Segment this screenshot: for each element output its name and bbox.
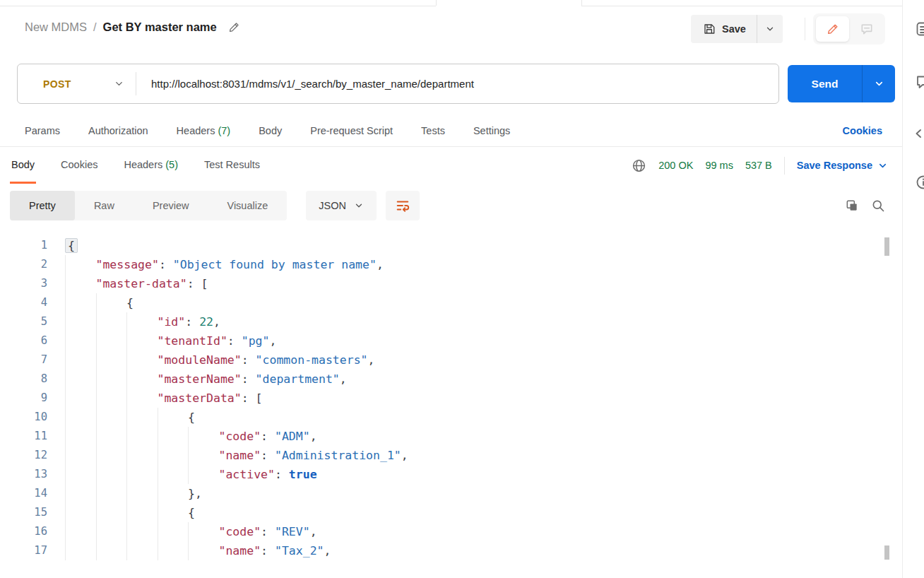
edit-mode-button[interactable]: [816, 16, 849, 42]
indent-guide: [65, 446, 66, 465]
tab-label: Headers: [124, 159, 162, 170]
code-text: {: [188, 503, 195, 522]
tab-label: Authorization: [88, 125, 148, 136]
indent-guide: [65, 484, 66, 503]
code-content: "code": "ADM",: [65, 427, 883, 446]
indent-guide: [96, 503, 97, 522]
indent-guide: [65, 255, 66, 274]
tab-label: Headers: [177, 125, 215, 136]
tab-separator: [436, 0, 437, 6]
code-text: },: [188, 484, 202, 503]
cookies-link[interactable]: Cookies: [843, 125, 902, 136]
scrollbar-thumb[interactable]: [884, 545, 889, 560]
token-num: 22: [199, 315, 213, 329]
format-dropdown[interactable]: JSON: [306, 191, 377, 220]
indent-guide: [126, 389, 127, 408]
indent-guide: [158, 541, 158, 560]
indent-guide: [96, 389, 97, 408]
code-line: 2"message": "Object found by master name…: [0, 255, 883, 274]
indent-guide: [158, 427, 158, 446]
view-tab-visualize[interactable]: Visualize: [208, 191, 287, 220]
copy-icon[interactable]: [845, 199, 859, 213]
token-punct: :: [275, 468, 289, 481]
comments-icon[interactable]: [915, 73, 924, 90]
response-tab-cookies[interactable]: Cookies: [59, 147, 99, 184]
status-code[interactable]: 200 OK: [658, 160, 693, 171]
code-snippet-icon[interactable]: [915, 125, 924, 142]
indent-guide: [96, 312, 97, 331]
code-line: 4{: [0, 293, 883, 312]
save-response-label: Save Response: [797, 160, 872, 171]
token-key: "name": [219, 544, 261, 558]
response-size[interactable]: 537 B: [745, 160, 772, 171]
save-button-label: Save: [722, 23, 746, 35]
tab-label: Params: [25, 125, 60, 136]
view-tab-pretty[interactable]: Pretty: [10, 191, 75, 220]
token-punct: ,: [401, 449, 408, 462]
globe-icon[interactable]: [632, 158, 646, 173]
postman-window: New MDMS / Get BY master name Save: [0, 0, 924, 578]
code-content: "moduleName": "common-masters",: [65, 350, 883, 370]
indent-guide: [96, 446, 97, 465]
url-input[interactable]: http://localhost:8031/mdms/v1/_search/by…: [136, 78, 474, 90]
request-tab-pre-request-script[interactable]: Pre-request Script: [310, 125, 393, 136]
response-time[interactable]: 99 ms: [705, 160, 733, 171]
token-punct: :: [242, 372, 256, 386]
method-selector[interactable]: POST: [18, 78, 136, 90]
indent-guide: [96, 408, 97, 427]
view-tab-preview[interactable]: Preview: [134, 191, 208, 220]
indent-guide: [158, 408, 158, 427]
search-icon[interactable]: [871, 199, 885, 213]
token-key: "message": [96, 258, 159, 271]
request-tab-params[interactable]: Params: [25, 125, 60, 136]
code-content: "message": "Object found by master name"…: [65, 255, 883, 274]
token-key: "id": [158, 315, 186, 329]
line-number: 11: [0, 427, 47, 446]
request-tab-body[interactable]: Body: [259, 125, 282, 136]
tab-label: Body: [11, 159, 35, 170]
code-content: },: [65, 484, 883, 503]
request-name[interactable]: Get BY master name: [103, 20, 217, 34]
request-tab-settings[interactable]: Settings: [473, 125, 510, 136]
line-number: 8: [0, 370, 47, 389]
send-button[interactable]: Send: [788, 65, 862, 102]
pencil-icon: [827, 23, 839, 35]
response-tab-body[interactable]: Body: [10, 147, 36, 184]
indent-guide: [65, 370, 66, 389]
request-tab-tests[interactable]: Tests: [421, 125, 445, 136]
save-menu-button[interactable]: [757, 15, 783, 43]
chevron-down-icon: [354, 201, 364, 211]
code-content: "active": true: [65, 465, 883, 484]
token-key: "tenantId": [158, 334, 227, 348]
indent-guide: [96, 331, 97, 350]
save-response-button[interactable]: Save Response: [797, 160, 888, 171]
documentation-icon[interactable]: [915, 20, 924, 37]
token-punct: : [: [242, 391, 263, 405]
breadcrumb-collection[interactable]: New MDMS: [25, 20, 87, 34]
view-tab-raw[interactable]: Raw: [75, 191, 134, 220]
token-bool: true: [289, 468, 317, 481]
indent-guide: [96, 370, 97, 389]
send-menu-button[interactable]: [863, 65, 895, 102]
response-tab-test-results[interactable]: Test Results: [203, 147, 261, 184]
token-punct: {: [188, 411, 195, 424]
line-number: 16: [0, 522, 47, 541]
scrollbar-thumb[interactable]: [884, 237, 889, 256]
comment-button[interactable]: [851, 22, 882, 36]
code-content: "name": "Tax_2",: [65, 541, 883, 560]
save-button[interactable]: Save: [691, 15, 757, 43]
token-str: "Tax_2": [275, 544, 324, 558]
code-content: "name": "Administration_1",: [65, 446, 883, 465]
code-line: 7"moduleName": "common-masters",: [0, 350, 883, 370]
line-number: 2: [0, 255, 47, 274]
request-tab-authorization[interactable]: Authorization: [88, 125, 148, 136]
code-text: {: [188, 408, 195, 427]
rename-pencil-icon[interactable]: [228, 21, 240, 33]
chevron-down-icon: [114, 78, 124, 89]
info-icon[interactable]: [915, 174, 924, 191]
response-body-json[interactable]: 1{2"message": "Object found by master na…: [0, 236, 883, 565]
response-tab-headers[interactable]: Headers(5): [122, 147, 179, 184]
request-tab-headers[interactable]: Headers(7): [177, 125, 231, 136]
indent-guide: [158, 503, 158, 522]
wrap-text-button[interactable]: [386, 191, 420, 220]
